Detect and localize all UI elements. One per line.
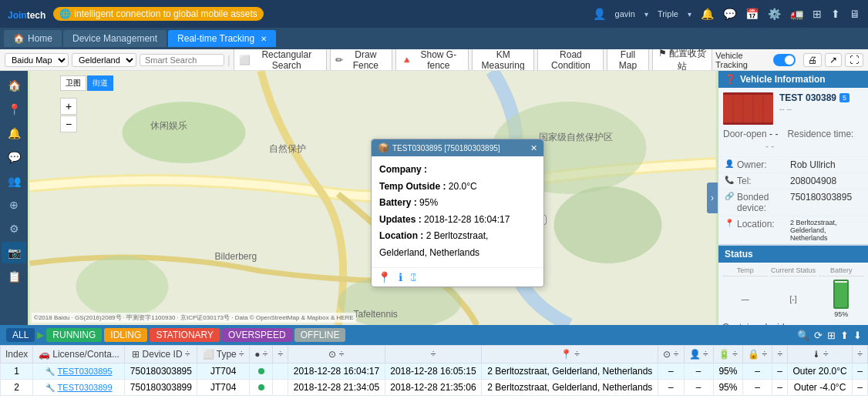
toolbar-separator1: | <box>227 54 230 66</box>
sidebar-item-chat[interactable]: 💬 <box>2 146 26 168</box>
sidebar-item-alert[interactable]: 🔔 <box>2 122 26 144</box>
grid-view-icon[interactable]: ⊞ <box>827 330 836 341</box>
calendar-icon[interactable]: 📅 <box>745 8 759 20</box>
col-battery[interactable]: 🔋 ÷ <box>713 346 742 363</box>
export-button[interactable]: ↗ <box>825 53 842 67</box>
tab-realtime-tracking[interactable]: Real-time Tracking ✕ <box>168 30 276 47</box>
col-last[interactable]: ÷ <box>385 346 482 363</box>
col-license[interactable]: 🚗 License/Conta... <box>33 346 125 363</box>
popup-container-icon: 📦 <box>378 142 389 153</box>
col-type[interactable]: ⬜ Type ÷ <box>197 346 250 363</box>
gfence-label: Show G-fence <box>414 49 463 71</box>
rectangular-search-button[interactable]: ⬜ Rectangular Search <box>234 49 327 71</box>
filter-running-button[interactable]: RUNNING <box>46 328 102 342</box>
license-link-2[interactable]: TEST0303899 <box>58 383 113 392</box>
col-index: Index <box>1 346 33 363</box>
cell-12-1: – <box>743 363 772 380</box>
search-icon[interactable]: 🔍 <box>797 330 809 341</box>
config-station-button[interactable]: ⚑ 配置收货站 <box>652 49 713 71</box>
show-gfence-button[interactable]: 🔺 Show G-fence <box>395 49 469 71</box>
draw-fence-button[interactable]: ✏ Draw Fence <box>330 49 392 71</box>
bell-icon[interactable]: 🔔 <box>701 8 714 20</box>
map-source-select[interactable]: Baidu Map <box>5 53 69 67</box>
bonded-value: 750180303895 <box>790 192 852 203</box>
col-location[interactable]: 📍 ÷ <box>482 346 658 363</box>
tab-home[interactable]: 🏠 Home <box>4 30 62 47</box>
col-12[interactable]: 🔒 ÷ <box>743 346 772 363</box>
grid-icon[interactable]: ⊞ <box>812 8 822 20</box>
vehicle-image <box>723 92 773 125</box>
location-icon: 📍 <box>725 219 734 227</box>
owner-value: Rob Ullrich <box>790 159 836 170</box>
filter-stationary-button[interactable]: STATIONARY <box>150 328 220 342</box>
sidebar-item-location[interactable]: 📍 <box>2 99 26 120</box>
popup-temp-label: Temp Outside : <box>379 181 446 192</box>
refresh-icon[interactable]: ⟳ <box>814 330 823 341</box>
expand-icon[interactable]: ⬆ <box>840 330 849 341</box>
filter-all-button[interactable]: ALL <box>6 328 35 342</box>
fullscreen-button[interactable]: ⛶ <box>845 53 863 67</box>
table-header-row: Index 🚗 License/Conta... ⊞ Device ID ÷ ⬜… <box>1 346 868 363</box>
popup-location-btn[interactable]: 📍 <box>378 271 391 283</box>
cell-type-2: JT704 <box>197 380 250 396</box>
tracking-toggle-switch[interactable] <box>773 54 796 66</box>
popup-battery-value: 95% <box>419 197 438 208</box>
cell-temp-1: Outer 20.0°C <box>788 363 853 380</box>
gear-icon[interactable]: ⚙️ <box>768 8 781 20</box>
zoom-in-button[interactable]: + <box>60 98 77 115</box>
map-type-buttons: 卫图 街道 <box>60 75 113 91</box>
sidebar-item-camera[interactable]: 📷 <box>2 242 26 263</box>
col-update[interactable]: ⊙ ÷ <box>288 346 385 363</box>
map-type-satellite[interactable]: 卫图 <box>60 75 86 91</box>
monitor-icon[interactable]: 🖥 <box>849 8 860 20</box>
workspace-name[interactable]: Triple <box>658 9 678 18</box>
print-button[interactable]: 🖨 <box>803 53 822 67</box>
message-icon[interactable]: 💬 <box>723 8 736 20</box>
sidebar-item-home[interactable]: 🏠 <box>2 75 26 96</box>
container-info: Container Inside - - Outer 20.0°C <box>722 322 864 325</box>
popup-close-icon[interactable]: ✕ <box>530 143 537 153</box>
filter-overspeed-button[interactable]: OVERSPEED <box>222 328 292 342</box>
col-15[interactable]: ÷ <box>853 346 868 363</box>
license-link-1[interactable]: TEST0303895 <box>58 367 113 376</box>
tab-device-management[interactable]: Device Management <box>63 30 167 47</box>
col-5[interactable]: ÷ <box>273 346 288 363</box>
col-13[interactable]: ÷ <box>772 346 788 363</box>
sidebar-item-notifications[interactable]: 📋 <box>2 266 26 287</box>
popup-share-btn[interactable]: ⑄ <box>410 271 416 283</box>
popup-info-btn[interactable]: ℹ <box>399 271 402 283</box>
filter-idling-label: IDLING <box>110 330 141 340</box>
sidebar-item-layers[interactable]: ⊕ <box>2 194 26 216</box>
cell-last-1: 2018-12-28 16:05:15 <box>385 363 482 380</box>
km-measuring-button[interactable]: KM Measuring <box>472 49 534 71</box>
truck-icon[interactable]: 🚛 <box>790 8 803 20</box>
vehicle-tracking-toggle: Vehicle Tracking <box>715 51 796 69</box>
full-map-button[interactable]: Full Map <box>607 49 648 71</box>
battery-percent: 95% <box>834 310 848 318</box>
location-select[interactable]: Gelderland <box>72 53 136 67</box>
sidebar-item-users[interactable]: 👥 <box>2 170 26 192</box>
col-temp[interactable]: 🌡 ÷ <box>788 346 853 363</box>
col-9[interactable]: ⊙ ÷ <box>658 346 684 363</box>
cell-license-2: 🔧 TEST0303899 <box>33 380 125 396</box>
zoom-out-button[interactable]: − <box>60 116 77 132</box>
user-name[interactable]: gavin <box>615 9 635 18</box>
fullmap-label: Full Map <box>619 49 637 71</box>
map-type-street[interactable]: 街道 <box>87 75 113 91</box>
col-10[interactable]: 👤 ÷ <box>684 346 713 363</box>
col-device-id[interactable]: ⊞ Device ID ÷ <box>125 346 197 363</box>
filter-idling-button[interactable]: IDLING <box>104 328 147 342</box>
map-expand-arrow[interactable]: › <box>707 183 718 213</box>
search-input[interactable] <box>140 54 224 66</box>
vehicle-sub: -- -- <box>779 105 849 113</box>
filter-offline-button[interactable]: OFFLINE <box>294 328 346 342</box>
col-status[interactable]: ● ÷ <box>250 346 273 363</box>
sidebar-item-settings[interactable]: ⚙ <box>2 218 26 240</box>
svg-rect-17 <box>723 122 773 125</box>
map-area[interactable]: 休闲娱乐 自然保护 国家级自然保护区 Bilderberg Tafeltenni… <box>28 71 718 325</box>
collapse-icon[interactable]: ⬇ <box>853 330 862 341</box>
tab-close-icon[interactable]: ✕ <box>261 35 267 43</box>
tab-home-label: Home <box>28 33 52 44</box>
upload-icon[interactable]: ⬆ <box>831 8 840 20</box>
road-condition-button[interactable]: Road Condition <box>537 49 604 71</box>
